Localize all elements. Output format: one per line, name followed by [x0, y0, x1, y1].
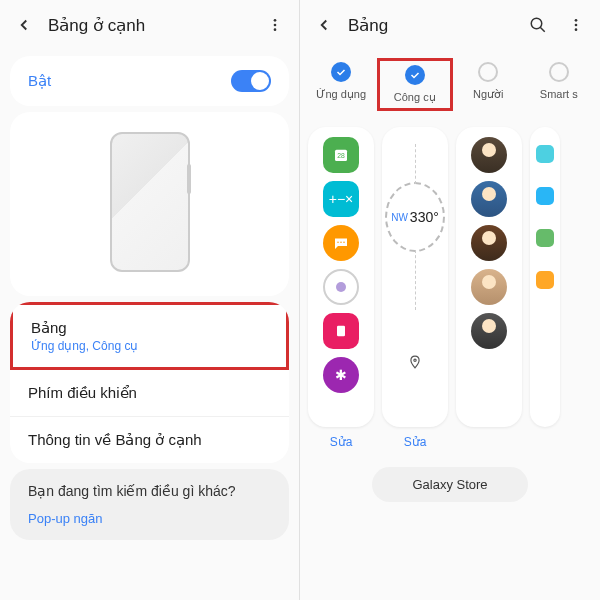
clipboard-icon: [323, 313, 359, 349]
tile-icon: [536, 187, 554, 205]
svg-point-11: [340, 242, 342, 244]
menu-item-panels[interactable]: Bảng Ứng dụng, Công cụ: [10, 302, 289, 370]
tab-tools[interactable]: Công cụ: [377, 58, 454, 111]
messages-icon: [323, 225, 359, 261]
suggestion-question: Bạn đang tìm kiếm điều gì khác?: [28, 483, 271, 499]
svg-point-0: [274, 19, 277, 22]
tile-icon: [536, 145, 554, 163]
avatar: [471, 313, 507, 349]
svg-point-12: [343, 242, 345, 244]
panel-previews: 28 +−× ✱ Sửa NW: [300, 119, 600, 457]
toggle-label: Bật: [28, 72, 51, 90]
back-button[interactable]: [314, 15, 334, 35]
avatar: [471, 269, 507, 305]
panels-screen: Bảng Ứng dụng Công cụ Người: [300, 0, 600, 600]
edit-link-tools[interactable]: Sửa: [404, 435, 427, 449]
more-icon[interactable]: [265, 15, 285, 35]
svg-rect-14: [337, 326, 345, 337]
back-button[interactable]: [14, 15, 34, 35]
menu-item-about[interactable]: Thông tin về Bảng ở cạnh: [10, 417, 289, 463]
svg-point-10: [337, 242, 339, 244]
location-icon: [408, 355, 422, 372]
panel-smart[interactable]: [530, 127, 560, 427]
check-icon: [549, 62, 569, 82]
tile-icon: [536, 271, 554, 289]
phone-preview: [110, 132, 190, 272]
svg-point-3: [531, 18, 542, 29]
settings-screen: Bảng ở cạnh Bật Bảng Ứng dụng, Công cụ P…: [0, 0, 300, 600]
svg-point-13: [336, 282, 346, 292]
bixby-icon: [323, 269, 359, 305]
more-icon[interactable]: [566, 15, 586, 35]
galaxy-store-button[interactable]: Galaxy Store: [372, 467, 527, 502]
avatar: [471, 137, 507, 173]
compass-widget: NW 330°: [385, 137, 445, 297]
phone-preview-card: [10, 112, 289, 296]
tab-smart[interactable]: Smart s: [524, 58, 595, 111]
master-toggle-card: Bật: [10, 56, 289, 106]
avatar: [471, 225, 507, 261]
menu-item-handler[interactable]: Phím điều khiển: [10, 370, 289, 417]
panel-tabs: Ứng dụng Công cụ Người Smart s: [300, 50, 600, 119]
calendar-icon: 28: [323, 137, 359, 173]
svg-line-4: [540, 27, 545, 32]
svg-point-2: [274, 28, 277, 31]
page-title: Bảng ở cạnh: [48, 15, 265, 36]
master-toggle[interactable]: [231, 70, 271, 92]
suggestion-card: Bạn đang tìm kiếm điều gì khác? Pop-up n…: [10, 469, 289, 540]
check-icon: [405, 65, 425, 85]
edit-link-apps[interactable]: Sửa: [330, 435, 353, 449]
settings-icon: ✱: [323, 357, 359, 393]
header: Bảng: [300, 0, 600, 50]
svg-point-15: [414, 359, 416, 361]
svg-point-1: [274, 24, 277, 27]
search-icon[interactable]: [528, 15, 548, 35]
tab-people[interactable]: Người: [453, 58, 524, 111]
svg-point-6: [575, 24, 578, 27]
settings-list: Bảng Ứng dụng, Công cụ Phím điều khiển T…: [10, 302, 289, 463]
avatar: [471, 181, 507, 217]
check-icon: [478, 62, 498, 82]
svg-point-5: [575, 19, 578, 22]
tab-apps[interactable]: Ứng dụng: [306, 58, 377, 111]
panel-people[interactable]: [456, 127, 522, 427]
page-title: Bảng: [348, 15, 528, 36]
calculator-icon: +−×: [323, 181, 359, 217]
header: Bảng ở cạnh: [0, 0, 299, 50]
panel-apps[interactable]: 28 +−× ✱: [308, 127, 374, 427]
check-icon: [331, 62, 351, 82]
suggestion-link[interactable]: Pop-up ngăn: [28, 511, 271, 526]
svg-text:28: 28: [337, 152, 345, 159]
panel-tools[interactable]: NW 330°: [382, 127, 448, 427]
svg-point-7: [575, 28, 578, 31]
tile-icon: [536, 229, 554, 247]
